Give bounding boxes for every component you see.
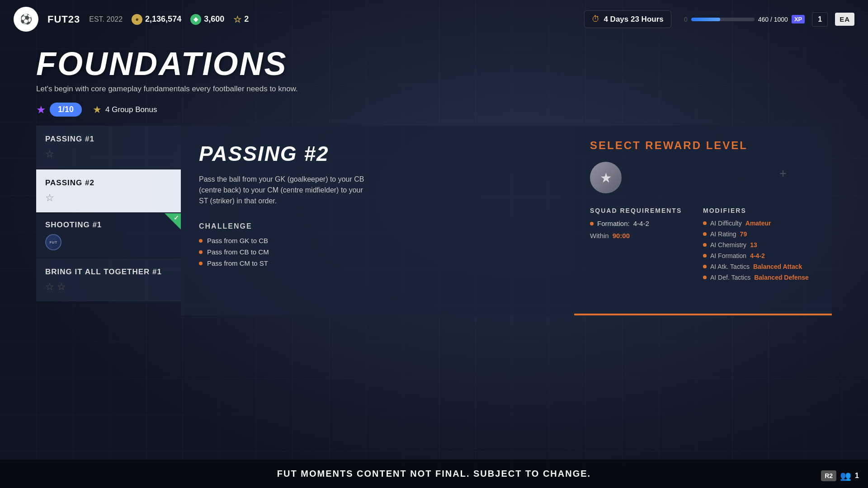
mod-label-4: AI Formation — [710, 252, 746, 259]
middle-panel: PASSING #2 Pass the ball from your GK (g… — [181, 126, 574, 315]
xp-badge: XP — [792, 15, 805, 23]
ea-logo: EA — [835, 13, 854, 26]
mod-bullet-3 — [703, 243, 707, 247]
mod-bullet-6 — [703, 276, 707, 279]
modifier-ai-def-tactics: AI Def. Tactics Balanced Defense — [703, 274, 816, 281]
bottom-right-controls: R2 👥 1 — [821, 470, 859, 481]
top-right-section: ⏱ 4 Days 23 Hours 0 460 / 1000 XP 1 EA — [584, 10, 854, 28]
points-value: 3,600 — [204, 14, 224, 24]
players-count: 1 — [855, 472, 859, 480]
challenge-section-title: CHALLENGE — [199, 222, 556, 230]
mod-value-1: Amateur — [745, 220, 771, 227]
challenge-1-title: PASSING #1 — [45, 135, 172, 144]
game-title: FUT23 — [47, 14, 80, 25]
mod-value-4: 4-4-2 — [750, 252, 765, 259]
level-box: 1 — [812, 12, 828, 27]
challenge-list-item-3: Pass from CM to ST — [199, 259, 556, 267]
formation-item: Formation: 4-4-2 — [590, 220, 703, 227]
page-title: FOUNDATIONS — [36, 47, 832, 80]
top-bar: ⚽ FUT23 EST. 2022 ● 2,136,574 ◆ 3,600 ☆ … — [0, 0, 868, 38]
modifier-ai-rating: AI Rating 79 — [703, 230, 816, 238]
within-time: 90:00 — [613, 232, 630, 239]
mod-value-3: 13 — [750, 241, 757, 249]
xp-bar-container: 0 460 / 1000 XP — [679, 15, 805, 23]
formation-value: 4-4-2 — [633, 220, 649, 227]
challenge-4-stars: ☆ ☆ — [45, 281, 172, 293]
coins-display: ● 2,136,574 — [132, 14, 181, 25]
progress-track: 1/10 — [50, 103, 82, 117]
modifier-ai-formation: AI Formation 4-4-2 — [703, 252, 816, 259]
modifiers-column: MODIFIERS AI Difficulty Amateur AI Ratin… — [703, 207, 816, 285]
mod-value-2: 79 — [740, 230, 747, 238]
xp-fill — [691, 18, 720, 21]
challenge-3-title: SHOOTING #1 — [45, 221, 172, 230]
mod-label-3: AI Chemistry — [710, 241, 746, 249]
reward-star-icon: ★ — [600, 170, 612, 186]
xp-track — [691, 18, 755, 21]
challenge-list-item-3-text: Pass from CM to ST — [207, 259, 268, 267]
progress-star-icon: ★ — [36, 103, 46, 116]
challenge-3-fut-badge: FUT — [45, 234, 61, 250]
modifier-ai-difficulty: AI Difficulty Amateur — [703, 220, 816, 227]
xp-text: 460 / 1000 — [758, 16, 788, 23]
mod-value-5: Balanced Attack — [753, 263, 802, 270]
challenge-item-1[interactable]: PASSING #1 ☆ — [36, 126, 181, 169]
challenge-list-item-1: Pass from GK to CB — [199, 237, 556, 244]
challenge-2-star-1: ☆ — [45, 192, 54, 204]
mod-bullet-2 — [703, 232, 707, 236]
bottom-bar: FUT MOMENTS CONTENT NOT FINAL. SUBJECT T… — [0, 460, 868, 488]
xp-left-number: 0 — [679, 16, 688, 23]
challenge-4-star-1: ☆ — [45, 281, 54, 293]
progress-badge: ★ 1/10 — [36, 103, 82, 117]
mod-value-6: Balanced Defense — [754, 274, 809, 281]
challenge-4-title: BRING IT ALL TOGETHER #1 — [45, 267, 172, 277]
page-subtitle: Let's begin with core gameplay fundament… — [36, 84, 832, 94]
main-content: FOUNDATIONS Let's begin with core gamepl… — [0, 38, 868, 324]
bullet-3 — [199, 262, 203, 265]
challenge-2-stars: ☆ — [45, 192, 172, 204]
club-logo: ⚽ — [14, 7, 38, 32]
modifiers-title: MODIFIERS — [703, 207, 816, 214]
stars-display: ☆ 2 — [233, 14, 249, 25]
two-col-right: SQUAD REQUIREMENTS Formation: 4-4-2 With… — [590, 207, 816, 285]
coin-icon: ● — [132, 14, 142, 25]
bonus-text: 4 Group Bonus — [105, 105, 157, 114]
points-display: ◆ 3,600 — [190, 14, 224, 25]
mod-label-5: AI Atk. Tactics — [710, 263, 750, 270]
challenge-1-star-1: ☆ — [45, 148, 54, 160]
squad-req-title: SQUAD REQUIREMENTS — [590, 207, 703, 214]
level-value: 1 — [818, 15, 822, 23]
challenge-item-4[interactable]: BRING IT ALL TOGETHER #1 ☆ ☆ — [36, 258, 181, 301]
formation-bullet — [590, 222, 594, 225]
modifier-ai-chemistry: AI Chemistry 13 — [703, 241, 816, 249]
progress-row: ★ 1/10 ★ 4 Group Bonus — [36, 103, 832, 117]
formation-label: Formation: — [597, 220, 630, 227]
ea-label: EA — [840, 15, 850, 23]
timer-icon: ⏱ — [592, 14, 600, 24]
r2-badge: R2 — [821, 470, 836, 481]
squad-req-column: SQUAD REQUIREMENTS Formation: 4-4-2 With… — [590, 207, 703, 285]
mod-label-6: AI Def. Tactics — [710, 274, 750, 281]
reward-title: SELECT REWARD LEVEL — [590, 139, 816, 152]
mod-bullet-1 — [703, 221, 707, 225]
mod-bullet-5 — [703, 265, 707, 268]
challenge-item-2[interactable]: PASSING #2 ☆ — [36, 169, 181, 212]
bullet-2 — [199, 250, 203, 254]
plus-icon: + — [779, 166, 787, 181]
coins-value: 2,136,574 — [145, 14, 181, 24]
mod-bullet-4 — [703, 254, 707, 258]
right-panel: SELECT REWARD LEVEL ★ + SQUAD REQUIREMEN… — [574, 126, 832, 315]
challenge-list-item-2-text: Pass from CB to CM — [207, 248, 269, 256]
challenge-item-3[interactable]: SHOOTING #1 FUT ✓ — [36, 213, 181, 258]
mod-label-2: AI Rating — [710, 230, 736, 238]
challenge-1-stars: ☆ — [45, 148, 172, 160]
within-label: Within — [590, 232, 609, 239]
top-left-section: ⚽ FUT23 EST. 2022 ● 2,136,574 ◆ 3,600 ☆ … — [14, 7, 249, 32]
reward-star-circle: ★ — [590, 162, 622, 193]
reward-star-container: ★ + — [590, 162, 816, 193]
progress-text: 1/10 — [58, 105, 74, 114]
challenge-2-title: PASSING #2 — [45, 178, 172, 188]
bonus-star-icon: ★ — [93, 104, 102, 116]
group-bonus: ★ 4 Group Bonus — [93, 104, 157, 116]
bullet-1 — [199, 239, 203, 243]
